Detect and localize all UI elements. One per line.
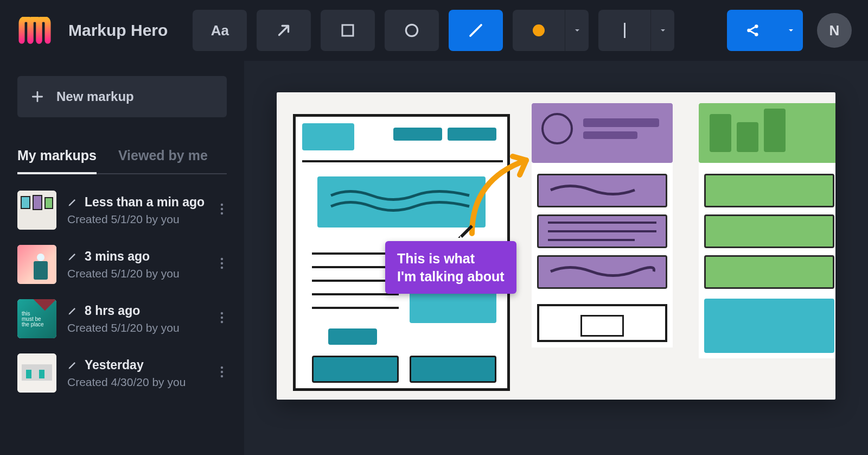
- plus-icon: [30, 90, 44, 104]
- markup-thumbnail: [17, 353, 56, 393]
- svg-point-7: [221, 212, 223, 214]
- pen-tool-button[interactable]: [449, 10, 503, 51]
- markup-list: Less than a min ago Created 5/1/20 by yo…: [17, 191, 227, 393]
- item-title: 8 hrs ago: [85, 304, 140, 318]
- pencil-icon: [67, 197, 78, 207]
- annotation-text-label[interactable]: This is what I'm talking about: [385, 241, 516, 294]
- color-picker-dropdown[interactable]: [513, 10, 589, 51]
- chevron-down-icon: [650, 10, 674, 51]
- item-title: 3 mins ago: [85, 249, 150, 264]
- text-tool-label: Aa: [211, 22, 229, 39]
- svg-point-11: [221, 312, 223, 314]
- top-toolbar: Markup Hero Aa: [0, 0, 868, 61]
- svg-point-13: [221, 321, 223, 323]
- arrow-up-right-icon: [275, 21, 293, 40]
- pencil-icon: [67, 305, 78, 316]
- list-item[interactable]: 3 mins ago Created 5/1/20 by you: [17, 245, 227, 284]
- svg-point-15: [221, 371, 223, 373]
- rectangle-tool-button[interactable]: [321, 10, 375, 51]
- avatar-initial: N: [829, 22, 840, 39]
- pencil-icon: [67, 359, 78, 370]
- app-logo: [16, 15, 55, 46]
- item-menu-button[interactable]: [217, 363, 227, 383]
- item-subtitle: Created 5/1/20 by you: [67, 213, 206, 226]
- new-markup-button[interactable]: New markup: [17, 76, 227, 117]
- svg-point-1: [406, 24, 418, 36]
- markup-thumbnail: [17, 191, 56, 230]
- new-markup-label: New markup: [56, 89, 134, 104]
- tab-my-markups[interactable]: My markups: [17, 148, 97, 173]
- annotation-text: This is what I'm talking about: [397, 251, 505, 284]
- item-subtitle: Created 5/1/20 by you: [67, 267, 206, 280]
- svg-point-10: [221, 267, 223, 269]
- circle-icon: [403, 22, 420, 39]
- svg-rect-0: [342, 25, 353, 36]
- stroke-width-dropdown[interactable]: [598, 10, 674, 51]
- markup-thumbnail: thismust bethe place: [17, 299, 56, 338]
- app-body: New markup My markups Viewed by me: [0, 61, 868, 455]
- tab-viewed-by-me[interactable]: Viewed by me: [118, 148, 208, 173]
- sidebar: New markup My markups Viewed by me: [0, 61, 244, 455]
- oval-tool-button[interactable]: [385, 10, 439, 51]
- list-item[interactable]: thismust bethe place 8 hrs ago Created 5…: [17, 299, 227, 338]
- list-item[interactable]: Less than a min ago Created 5/1/20 by yo…: [17, 191, 227, 230]
- canvas-area[interactable]: This is what I'm talking about: [244, 61, 868, 455]
- chevron-down-icon: [565, 10, 589, 51]
- item-subtitle: Created 4/30/20 by you: [67, 376, 206, 389]
- item-menu-button[interactable]: [217, 254, 227, 275]
- pen-cursor-icon: [457, 219, 476, 239]
- svg-point-9: [221, 262, 223, 264]
- more-vertical-icon: [220, 203, 224, 215]
- item-title: Yesterday: [85, 358, 144, 372]
- list-item[interactable]: Yesterday Created 4/30/20 by you: [17, 353, 227, 393]
- text-tool-button[interactable]: Aa: [193, 10, 247, 51]
- more-vertical-icon: [220, 312, 224, 324]
- canvas-image[interactable]: This is what I'm talking about: [277, 92, 835, 400]
- more-vertical-icon: [220, 366, 224, 378]
- svg-point-8: [221, 258, 223, 260]
- stroke-preview-icon: [624, 23, 626, 38]
- svg-point-14: [221, 366, 223, 369]
- share-icon: [745, 22, 761, 39]
- color-swatch-icon: [533, 24, 545, 36]
- app-title: Markup Hero: [68, 21, 168, 40]
- svg-point-6: [221, 208, 223, 210]
- sidebar-tabs: My markups Viewed by me: [17, 148, 227, 174]
- svg-point-12: [221, 317, 223, 319]
- pencil-icon: [67, 251, 78, 262]
- item-subtitle: Created 5/1/20 by you: [67, 321, 206, 334]
- svg-point-16: [221, 375, 223, 377]
- share-button[interactable]: [727, 10, 803, 51]
- more-vertical-icon: [220, 257, 224, 269]
- user-avatar[interactable]: N: [817, 13, 852, 48]
- arrow-tool-button[interactable]: [257, 10, 311, 51]
- item-menu-button[interactable]: [217, 308, 227, 329]
- chevron-down-icon: [779, 10, 803, 51]
- svg-point-5: [221, 204, 223, 206]
- square-icon: [340, 22, 356, 39]
- pen-icon: [468, 22, 484, 39]
- item-title: Less than a min ago: [85, 195, 205, 210]
- markup-thumbnail: [17, 245, 56, 284]
- item-menu-button[interactable]: [217, 200, 227, 220]
